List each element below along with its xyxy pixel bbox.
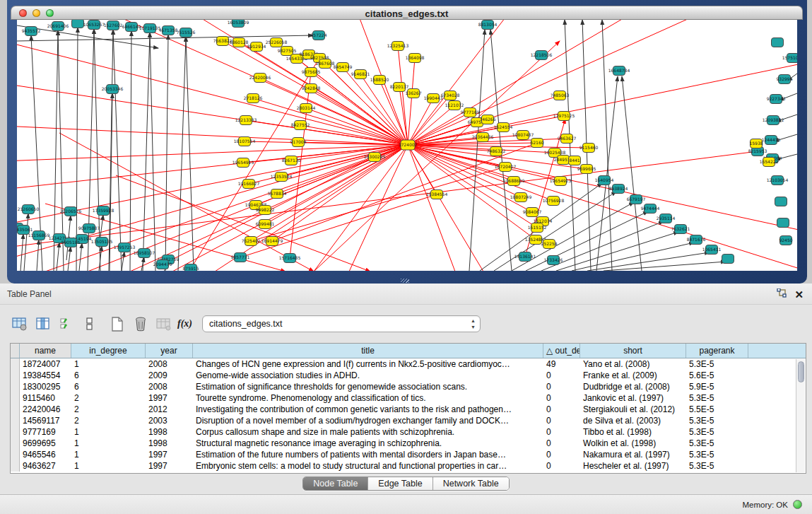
network-node[interactable]: 15938 — [749, 139, 763, 148]
network-node[interactable]: 8441 — [569, 156, 581, 165]
network-node[interactable]: 9227343 — [767, 95, 786, 104]
table-settings-icon[interactable] — [10, 313, 30, 334]
network-node[interactable]: 6099481 — [256, 220, 275, 229]
rows-icon[interactable] — [80, 313, 100, 334]
table-row[interactable]: 1456911722003Disruption of a novel membe… — [11, 415, 806, 426]
network-node[interactable]: 12103054 — [767, 176, 789, 185]
network-node[interactable] — [777, 218, 789, 228]
network-edge[interactable] — [122, 252, 124, 271]
network-node[interactable] — [772, 38, 784, 47]
network-node[interactable]: 92450 — [779, 236, 792, 245]
network-node[interactable]: 2094470 — [153, 260, 172, 269]
network-node[interactable]: 20206576 — [60, 207, 82, 216]
network-node[interactable]: 1364098 — [406, 54, 425, 63]
network-node[interactable]: 8471676 — [687, 235, 706, 245]
network-edge[interactable] — [37, 240, 39, 271]
table-vertical-scrollbar[interactable] — [796, 359, 805, 472]
network-node[interactable]: 1527602 — [104, 21, 123, 30]
network-node[interactable]: 9435572 — [22, 27, 41, 36]
network-node[interactable]: 10756928 — [543, 197, 565, 206]
table-row[interactable]: 946362711997Embryonic stem cells: a mode… — [11, 460, 806, 472]
network-node[interactable]: 7485063 — [551, 91, 570, 100]
show-column-icon[interactable] — [33, 313, 53, 334]
network-node[interactable]: 21260650 — [18, 205, 40, 214]
network-node[interactable]: 6679197 — [627, 195, 646, 204]
network-node[interactable]: 15751074 — [782, 54, 797, 63]
column-header-in_degree[interactable]: in_degree — [71, 344, 146, 358]
network-node[interactable]: 2718126 — [244, 94, 263, 103]
network-node[interactable]: 2935114 — [657, 214, 676, 223]
network-node[interactable]: 19166827 — [238, 180, 260, 189]
network-node[interactable]: 19654915 — [233, 158, 254, 168]
network-edge[interactable] — [408, 145, 797, 271]
memory-status-icon[interactable] — [793, 500, 802, 509]
network-node[interactable]: 20364436 — [472, 133, 494, 142]
network-edge[interactable] — [408, 20, 710, 145]
network-node[interactable] — [72, 20, 84, 28]
table-row[interactable]: 911546021997Tourette syndrome. Phenomeno… — [11, 392, 806, 404]
network-node[interactable]: 932996 — [777, 75, 793, 84]
split-pane-grip[interactable] — [401, 279, 409, 283]
network-node[interactable]: 16648784 — [608, 66, 630, 76]
tab-network-table[interactable]: Network Table — [433, 477, 509, 490]
network-node[interactable]: 1244415 — [762, 136, 781, 145]
network-node[interactable]: 136267 — [406, 89, 422, 98]
network-node[interactable]: 1990443 — [424, 94, 443, 103]
network-node[interactable]: 2803144 — [297, 104, 316, 113]
network-node[interactable]: 9463627 — [558, 134, 577, 144]
network-node[interactable] — [722, 255, 734, 264]
network-edge[interactable] — [17, 145, 408, 189]
table-row[interactable]: 969969511998Structural magnetic resonanc… — [11, 438, 806, 449]
network-node[interactable]: 1624554 — [494, 123, 513, 132]
network-node[interactable]: 10807487 — [512, 131, 534, 140]
column-header-short[interactable]: short — [580, 344, 686, 358]
network-node[interactable]: 8813054 — [478, 21, 498, 30]
network-node[interactable]: 1121072 — [445, 101, 464, 110]
network-node[interactable]: 12325413 — [387, 42, 409, 51]
network-edge[interactable] — [165, 35, 168, 271]
column-header-title[interactable]: title — [193, 344, 543, 358]
column-header-pagerank[interactable]: pagerank — [686, 344, 748, 358]
close-panel-icon[interactable]: ✕ — [794, 289, 804, 300]
network-node[interactable]: 746266 — [480, 115, 496, 124]
network-node[interactable]: 17957253 — [114, 243, 136, 252]
network-node[interactable]: 1615152 — [528, 223, 547, 233]
network-node[interactable]: 19654923 — [550, 177, 572, 186]
network-node[interactable]: 12213383 — [235, 116, 257, 125]
network-node[interactable]: 11156869 — [28, 231, 50, 240]
network-node[interactable]: 2867608 — [316, 59, 335, 69]
network-node[interactable]: 857224 — [311, 31, 327, 40]
table-row[interactable]: 1872400712008Changes of HCN gene express… — [11, 358, 806, 370]
network-node[interactable]: 7486322 — [487, 147, 506, 156]
network-edge[interactable] — [109, 30, 113, 271]
network-node[interactable]: 5905185 — [61, 238, 81, 247]
network-node[interactable]: 1640954 — [595, 176, 614, 185]
network-edge[interactable] — [408, 58, 415, 145]
network-node[interactable]: 12093832 — [763, 116, 784, 125]
table-selector-dropdown[interactable]: citations_edges.txt ▲▼ — [202, 315, 481, 332]
network-edge[interactable] — [604, 262, 726, 271]
network-node[interactable]: 1654222 — [760, 158, 779, 167]
network-node[interactable]: 18807249 — [510, 193, 532, 202]
network-node[interactable]: 18107554 — [234, 137, 256, 146]
tab-node-table[interactable]: Node Table — [303, 477, 368, 490]
network-node[interactable]: 19384554 — [426, 190, 448, 199]
network-node[interactable]: 17359928 — [93, 206, 114, 216]
network-node[interactable]: 25226058 — [266, 38, 288, 47]
delete-table-icon[interactable] — [131, 313, 151, 334]
network-node[interactable]: 9084067 — [523, 208, 542, 217]
network-node[interactable]: 10653267 — [83, 21, 105, 30]
network-node[interactable]: 20691406 — [47, 22, 69, 31]
scrollbar-thumb[interactable] — [798, 361, 804, 382]
network-node[interactable]: 9242848 — [302, 84, 321, 93]
network-node[interactable]: 9115460 — [579, 144, 599, 153]
network-node[interactable]: 8427552 — [291, 121, 310, 130]
network-node[interactable]: 9474444 — [641, 204, 660, 214]
network-edge[interactable] — [110, 93, 112, 271]
network-edge[interactable] — [79, 243, 82, 271]
network-node[interactable]: 14136141 — [514, 252, 536, 262]
network-node[interactable]: 7632621 — [671, 225, 690, 234]
network-edge[interactable] — [68, 247, 71, 271]
network-edge[interactable] — [408, 105, 454, 145]
network-node[interactable]: 10719135 — [139, 24, 161, 33]
